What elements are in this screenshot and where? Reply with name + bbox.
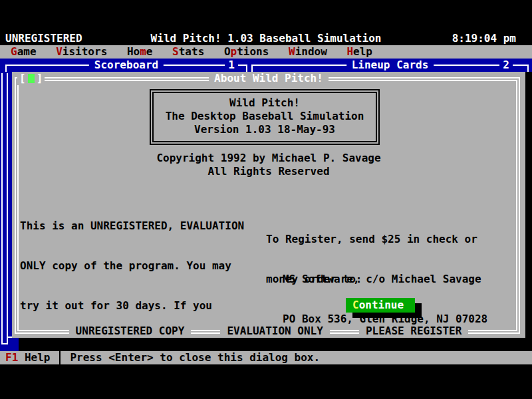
window-number: 2 (499, 59, 513, 72)
window-number: 1 (225, 59, 238, 72)
product-version: Version 1.03 18-May-93 (154, 123, 376, 136)
footer-text: PLEASE REGISTER (359, 325, 469, 338)
footer-text: UNREGISTERED COPY (69, 325, 192, 338)
menu-bar: Game Visitors Home Stats Options Window … (0, 45, 532, 59)
menu-item-home[interactable]: Home (120, 45, 160, 59)
window-border-corner (251, 65, 253, 72)
close-button[interactable]: [] (17, 72, 45, 85)
text-line: would like to continue to use it, (20, 339, 244, 352)
app-title-bar: UNREGISTERED Wild Pitch! 1.03 Baseball S… (0, 32, 532, 45)
close-icon (28, 74, 35, 83)
text-line: MS Software, c/o Michael Savage (283, 273, 487, 286)
window-border-corner (527, 65, 529, 72)
text-line: This is an UNREGISTERED, EVALUATION (20, 219, 244, 233)
window-scoreboard-titlebar[interactable]: Scoreboard 1 (5, 59, 247, 72)
about-dialog: [] About Wild Pitch! Wild Pitch! The Des… (12, 72, 525, 338)
window-border-corner (5, 65, 7, 72)
window-lineup-cards-titlebar[interactable]: Lineup Cards 2 (251, 59, 529, 72)
dialog-title: About Wild Pitch! (209, 72, 329, 85)
menu-item-help[interactable]: Help (340, 45, 379, 59)
menu-item-visitors[interactable]: Visitors (49, 45, 114, 59)
window-title-lineup-cards: Lineup Cards (346, 59, 434, 72)
clock: 8:19:04 pm (452, 32, 516, 45)
desktop: Scoreboard 1 Lineup Cards 2 (0, 59, 532, 72)
registration-status: UNREGISTERED (5, 32, 82, 45)
text-line: you'll have to register. When you (20, 379, 244, 392)
text-line: ONLY copy of the program. You may (20, 259, 244, 273)
menu-item-game[interactable]: Game (4, 45, 43, 59)
product-tagline: The Desktop Baseball Simulation (154, 110, 376, 123)
dialog-shadow (525, 85, 532, 351)
evaluation-notice: This is an UNREGISTERED, EVALUATION ONLY… (20, 193, 244, 399)
menu-item-stats[interactable]: Stats (166, 45, 211, 59)
copyright-notice: Copyright 1992 by Michael P. Savage All … (12, 152, 525, 178)
continue-button[interactable]: Continue (346, 298, 415, 313)
window-border-corner (246, 65, 247, 72)
f1-key-label: F1 (5, 351, 18, 364)
footer-text: EVALUATION ONLY (220, 325, 330, 338)
app-title: Wild Pitch! 1.03 Baseball Simulation (151, 32, 382, 45)
window-title-scoreboard: Scoreboard (89, 59, 164, 72)
text-line: try it out for 30 days. If you (20, 299, 244, 313)
about-info-box: Wild Pitch! The Desktop Baseball Simulat… (150, 89, 380, 145)
dialog-footer-banner: UNREGISTERED COPY EVALUATION ONLY PLEASE… (12, 325, 525, 338)
text-line: To Register, send $25 in check or (266, 233, 477, 246)
dos-screen: UNREGISTERED Wild Pitch! 1.03 Baseball S… (0, 0, 532, 399)
menu-item-options[interactable]: Options (217, 45, 275, 59)
menu-item-window[interactable]: Window (282, 45, 334, 59)
product-name: Wild Pitch! (154, 96, 376, 110)
